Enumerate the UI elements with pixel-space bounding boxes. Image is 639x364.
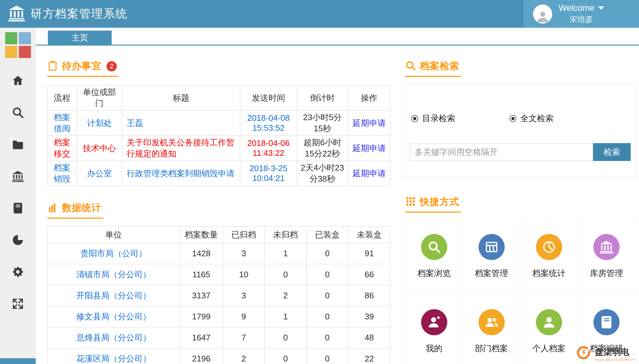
stat-unboxed: 48 — [348, 327, 390, 348]
todo-subject-link[interactable]: 行政管理类档案到期销毁申请 — [127, 169, 234, 178]
unit-link[interactable]: 贵阳市局（公司） — [80, 249, 147, 258]
shortcut-label: 库房管理 — [590, 268, 623, 279]
archive-search-panel: 目录检索 全文检索 检索 — [405, 84, 635, 178]
shortcut-dept-archive[interactable]: 部门档案 — [463, 295, 520, 364]
search-button[interactable]: 检索 — [593, 143, 631, 161]
todo-subject-link[interactable]: 王磊 — [127, 118, 143, 128]
todo-dept-link[interactable]: 技术中心 — [83, 143, 116, 153]
archive-search-title: 档案检索 — [405, 60, 461, 77]
home-icon[interactable] — [11, 74, 25, 87]
unit-link[interactable]: 息烽县局（分公司） — [76, 333, 151, 342]
col-header: 档案数量 — [180, 227, 223, 243]
shortcut-personal-archive[interactable]: 个人档案 — [520, 295, 578, 364]
todo-row: 档案销毁 办公室 行政管理类档案到期销毁申请 2018-3-25 10:04:2… — [48, 161, 390, 186]
search-input[interactable] — [410, 143, 593, 161]
gear-icon[interactable] — [11, 265, 25, 279]
todo-countdown: 超期6小时15分22秒 — [297, 136, 348, 161]
pie-chart-icon[interactable] — [11, 233, 25, 247]
shortcut-archive-browse[interactable]: 档案浏览 — [405, 220, 463, 295]
todo-dept-link[interactable]: 计划处 — [87, 118, 112, 128]
shortcut-mine[interactable]: 我的 — [405, 295, 463, 364]
radio-fulltext-search[interactable]: 全文检索 — [509, 113, 554, 124]
todo-count-badge: 2 — [107, 61, 117, 71]
radio-catalog-search[interactable]: 目录检索 — [411, 113, 455, 124]
user-text: Welcome 宋培彦 — [559, 3, 604, 25]
logo-square-blue — [19, 32, 31, 44]
todo-delay-link[interactable]: 延期申请 — [353, 169, 386, 178]
chevron-down-icon[interactable] — [598, 6, 604, 10]
welcome-label: Welcome — [559, 3, 594, 13]
sidebar — [0, 28, 36, 364]
stat-archived: 9 — [223, 306, 265, 327]
stat-boxed: 0 — [307, 348, 348, 364]
col-header: 未归档 — [265, 227, 307, 243]
shortcut-label: 档案管理 — [475, 268, 508, 279]
sidebar-nav — [11, 74, 25, 310]
logo-square-red — [19, 46, 31, 58]
left-column: 待办事宜 2 流程 单位或部门 标题 发送时间 倒计时 — [47, 46, 390, 364]
todo-title: 待办事宜 — [62, 60, 101, 73]
todo-delay-link[interactable]: 延期申请 — [353, 118, 386, 128]
col-header: 发送时间 — [240, 85, 297, 111]
shortcuts-section: 快捷方式 档案浏览 档案管理 — [405, 195, 635, 364]
col-header: 未装盒 — [348, 227, 390, 243]
pie-icon — [536, 234, 562, 260]
todo-row: 档案借阅 计划处 王磊 2018-04-08 15:53:52 23小时5分15… — [48, 111, 390, 136]
unit-link[interactable]: 开阳县局（分公司） — [76, 291, 151, 300]
stat-unarchived: 0 — [265, 348, 307, 364]
stat-boxed: 0 — [307, 327, 348, 348]
stat-archived: 3 — [223, 243, 265, 264]
todo-countdown: 2天4小时23分38秒 — [297, 161, 348, 186]
radio-icon[interactable] — [509, 115, 516, 122]
shortcuts-label: 快捷方式 — [420, 195, 459, 208]
todo-delay-link[interactable]: 延期申请 — [353, 143, 386, 153]
todo-dept-link[interactable]: 办公室 — [87, 169, 112, 178]
stats-row: 贵阳市局（公司） 1428 3 1 0 91 — [48, 243, 390, 264]
search-icon — [405, 60, 416, 72]
stats-section: 数据统计 单位 档案数量 已归档 未归档 已装盒 未装盒 — [47, 201, 390, 364]
stats-row: 清镇市局（分公司） 1165 10 0 0 66 — [48, 264, 390, 285]
shortcut-archive-manage[interactable]: 档案管理 — [463, 220, 520, 295]
user-area[interactable]: Welcome 宋培彦 — [524, 0, 639, 28]
todo-section: 待办事宜 2 流程 单位或部门 标题 发送时间 倒计时 — [47, 60, 390, 186]
todo-time: 2018-04-08 15:53:52 — [240, 111, 297, 136]
book-icon — [593, 309, 620, 335]
unit-link[interactable]: 修文县局（分公司） — [76, 312, 151, 321]
folder-icon[interactable] — [11, 138, 25, 151]
radio-label: 全文检索 — [520, 113, 554, 124]
stats-row: 息烽县局（分公司） 1647 7 0 0 48 — [48, 327, 390, 348]
todo-flow-link[interactable]: 档案借阅 — [54, 113, 71, 133]
stat-unarchived: 2 — [265, 285, 307, 306]
radio-icon[interactable] — [411, 115, 418, 122]
search-mode-options: 目录检索 全文检索 — [411, 113, 635, 124]
radio-label: 目录检索 — [422, 113, 455, 124]
avatar[interactable] — [533, 4, 552, 24]
sidebar-logo — [5, 32, 31, 58]
tab-home[interactable]: 主页 — [48, 31, 112, 45]
unit-link[interactable]: 花溪区局（分公司） — [76, 354, 151, 363]
todo-subject-link[interactable]: 关于印发机关公务接待工作暂行规定的通知 — [127, 138, 234, 158]
shortcut-grid: 档案浏览 档案管理 档案统计 — [405, 220, 635, 364]
archive-search-section: 档案检索 目录检索 全文检索 — [405, 60, 635, 178]
unit-link[interactable]: 清镇市局（分公司） — [76, 270, 151, 279]
todo-flow-link[interactable]: 档案移交 — [54, 138, 71, 158]
stat-unarchived: 1 — [265, 306, 307, 327]
stats-title: 数据统计 — [62, 201, 101, 215]
stats-row: 开阳县局（分公司） 3137 3 2 0 86 — [48, 285, 390, 306]
clipboard-icon — [47, 60, 58, 72]
search-icon[interactable] — [11, 106, 25, 119]
col-header: 操作 — [348, 85, 390, 111]
people-icon — [479, 309, 505, 335]
todo-header-row: 流程 单位或部门 标题 发送时间 倒计时 操作 — [48, 85, 390, 111]
bank-icon[interactable] — [11, 170, 25, 183]
stat-unboxed: 91 — [348, 243, 390, 264]
col-header: 已归档 — [223, 227, 265, 243]
shortcut-warehouse-manage[interactable]: 库房管理 — [578, 220, 635, 295]
expand-icon[interactable] — [11, 297, 25, 310]
shortcut-archive-stats[interactable]: 档案统计 — [520, 220, 578, 295]
todo-flow-link[interactable]: 档案销毁 — [54, 163, 71, 184]
book-icon[interactable] — [11, 201, 25, 215]
stat-archived: 10 — [223, 264, 265, 285]
shortcut-label: 档案统计 — [532, 268, 566, 279]
stat-unarchived: 0 — [265, 327, 307, 348]
